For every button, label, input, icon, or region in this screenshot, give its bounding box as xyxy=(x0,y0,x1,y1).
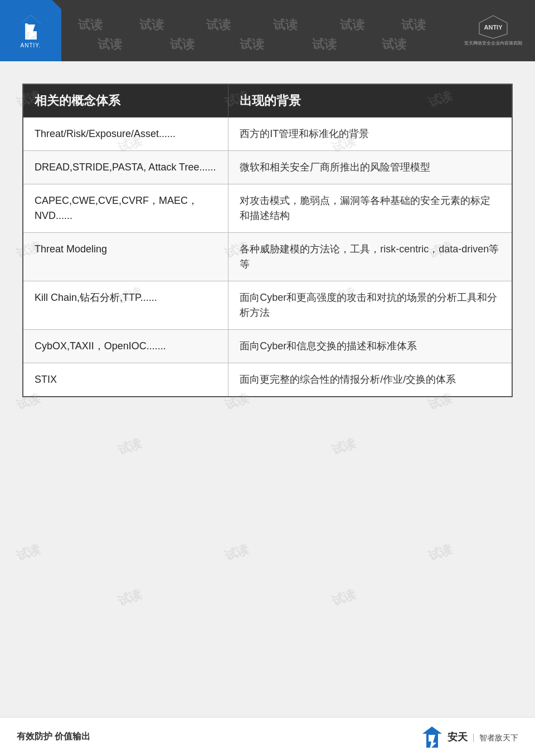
header-wm-4: 试读 xyxy=(273,17,298,33)
table-row: Threat Modeling各种威胁建模的方法论，工具，risk-centri… xyxy=(23,233,512,281)
footer-brand-sub: 智者敌天下 xyxy=(479,733,518,742)
table-cell-right: 微软和相关安全厂商所推出的风险管理模型 xyxy=(228,151,512,184)
header: ANTIY. 试读 试读 试读 试读 试读 试读 试读 试读 试读 试读 试读 … xyxy=(0,0,535,61)
table-cell-right: 面向Cyber和信息交换的描述和标准体系 xyxy=(228,330,512,363)
antiy-logo-icon xyxy=(16,13,46,41)
header-brand-right: ANTIY 安天网络安全企业内容第四期 xyxy=(460,8,527,53)
footer-brand-name: 安天 xyxy=(448,731,468,743)
table-row: Kill Chain,钻石分析,TTP......面向Cyber和更高强度的攻击… xyxy=(23,281,512,330)
page-wm-17: 试读 xyxy=(222,540,251,564)
table-cell-left: DREAD,STRIDE,PASTA, Attack Tree...... xyxy=(23,151,228,184)
page-wm-18: 试读 xyxy=(329,586,358,610)
table-cell-left: CAPEC,CWE,CVE,CVRF，MAEC，NVD...... xyxy=(23,184,228,233)
logo-area: ANTIY. xyxy=(0,0,61,61)
header-brand-subtitle: 安天网络安全企业内容第四期 xyxy=(464,41,522,46)
footer-tagline: 有效防护 价值输出 xyxy=(17,731,90,743)
footer-brand-labels: 安天 | 智者敌天下 xyxy=(448,730,518,744)
header-wm-8: 试读 xyxy=(170,36,194,53)
header-brand-icon: ANTIY xyxy=(476,14,510,40)
header-wm-11: 试读 xyxy=(382,36,406,53)
page-wm-19: 试读 xyxy=(426,540,455,564)
svg-text:ANTIY: ANTIY xyxy=(484,24,503,31)
footer-brand: 安天 | 智者敌天下 xyxy=(420,726,518,748)
header-wm-7: 试读 xyxy=(98,36,122,53)
table-cell-left: Kill Chain,钻石分析,TTP...... xyxy=(23,281,228,330)
table-cell-left: CybOX,TAXII，OpenIOC....... xyxy=(23,330,228,363)
header-wm-10: 试读 xyxy=(312,36,337,53)
header-wm-1: 试读 xyxy=(78,17,103,33)
table-header-col2: 出现的背景 xyxy=(228,84,512,118)
table-cell-right: 对攻击模式，脆弱点，漏洞等各种基础的安全元素的标定和描述结构 xyxy=(228,184,512,233)
page-wm-15: 试读 xyxy=(14,540,43,564)
table-cell-left: Threat/Risk/Exposure/Asset...... xyxy=(23,118,228,151)
table-row: STIX面向更完整的综合性的情报分析/作业/交换的体系 xyxy=(23,363,512,397)
footer-logo-icon xyxy=(420,726,445,748)
header-wm-6: 试读 xyxy=(401,17,426,33)
header-wm-5: 试读 xyxy=(340,17,364,33)
table-cell-right: 西方的IT管理和标准化的背景 xyxy=(228,118,512,151)
page-wm-16: 试读 xyxy=(115,586,144,610)
table-header-col1: 相关的概念体系 xyxy=(23,84,228,118)
table-row: DREAD,STRIDE,PASTA, Attack Tree......微软和… xyxy=(23,151,512,184)
concept-table: 相关的概念体系 出现的背景 Threat/Risk/Exposure/Asset… xyxy=(22,84,513,397)
table-cell-right: 面向Cyber和更高强度的攻击和对抗的场景的分析工具和分析方法 xyxy=(228,281,512,330)
page-wm-11: 试读 xyxy=(115,435,144,459)
table-cell-right: 各种威胁建模的方法论，工具，risk-centric，data-driven等等 xyxy=(228,233,512,281)
table-cell-right: 面向更完整的综合性的情报分析/作业/交换的体系 xyxy=(228,363,512,397)
header-watermark-area: 试读 试读 试读 试读 试读 试读 试读 试读 试读 试读 试读 xyxy=(61,0,460,61)
logo-text: ANTIY. xyxy=(21,42,41,48)
header-wm-3: 试读 xyxy=(206,17,231,33)
header-wm-2: 试读 xyxy=(139,17,164,33)
footer: 有效防护 价值输出 安天 | 智者敌天下 xyxy=(0,717,535,756)
table-row: Threat/Risk/Exposure/Asset......西方的IT管理和… xyxy=(23,118,512,151)
header-wm-9: 试读 xyxy=(240,36,264,53)
table-cell-left: Threat Modeling xyxy=(23,233,228,281)
main-content: 相关的概念体系 出现的背景 Threat/Risk/Exposure/Asset… xyxy=(0,61,535,414)
table-cell-left: STIX xyxy=(23,363,228,397)
table-row: CybOX,TAXII，OpenIOC.......面向Cyber和信息交换的描… xyxy=(23,330,512,363)
page-wm-13: 试读 xyxy=(329,435,358,459)
table-row: CAPEC,CWE,CVE,CVRF，MAEC，NVD......对攻击模式，脆… xyxy=(23,184,512,233)
